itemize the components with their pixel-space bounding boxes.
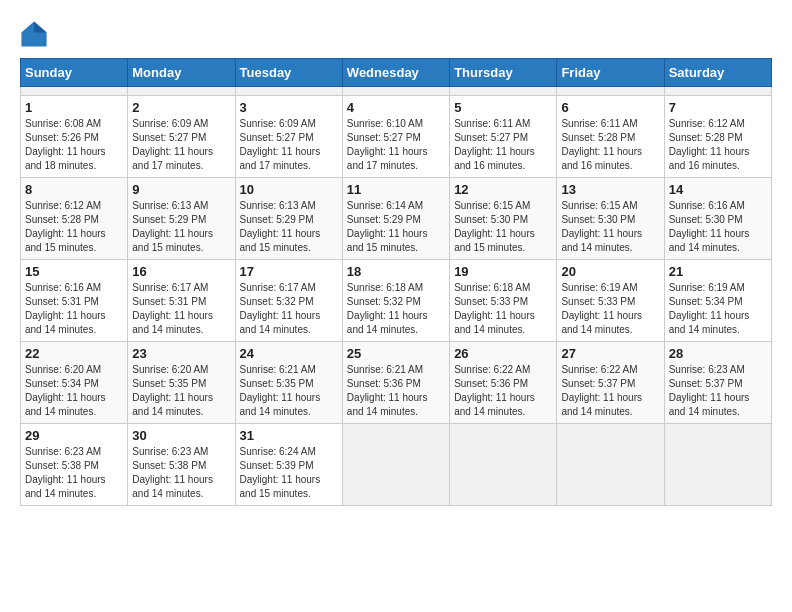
- day-info: Sunrise: 6:22 AMSunset: 5:36 PMDaylight:…: [454, 363, 552, 419]
- calendar-cell: [664, 424, 771, 506]
- day-number: 6: [561, 100, 659, 115]
- day-info: Sunrise: 6:23 AMSunset: 5:38 PMDaylight:…: [25, 445, 123, 501]
- calendar-cell: [557, 424, 664, 506]
- day-number: 15: [25, 264, 123, 279]
- day-number: 4: [347, 100, 445, 115]
- calendar-cell: 24Sunrise: 6:21 AMSunset: 5:35 PMDayligh…: [235, 342, 342, 424]
- day-info: Sunrise: 6:13 AMSunset: 5:29 PMDaylight:…: [132, 199, 230, 255]
- day-number: 27: [561, 346, 659, 361]
- day-info: Sunrise: 6:18 AMSunset: 5:32 PMDaylight:…: [347, 281, 445, 337]
- day-number: 19: [454, 264, 552, 279]
- day-number: 16: [132, 264, 230, 279]
- day-number: 12: [454, 182, 552, 197]
- day-number: 25: [347, 346, 445, 361]
- calendar-cell: 4Sunrise: 6:10 AMSunset: 5:27 PMDaylight…: [342, 96, 449, 178]
- day-number: 13: [561, 182, 659, 197]
- day-number: 7: [669, 100, 767, 115]
- day-info: Sunrise: 6:11 AMSunset: 5:27 PMDaylight:…: [454, 117, 552, 173]
- logo: [20, 20, 52, 48]
- calendar-cell: 25Sunrise: 6:21 AMSunset: 5:36 PMDayligh…: [342, 342, 449, 424]
- calendar-cell: 6Sunrise: 6:11 AMSunset: 5:28 PMDaylight…: [557, 96, 664, 178]
- calendar-week-0: [21, 87, 772, 96]
- day-number: 24: [240, 346, 338, 361]
- day-info: Sunrise: 6:18 AMSunset: 5:33 PMDaylight:…: [454, 281, 552, 337]
- day-number: 29: [25, 428, 123, 443]
- day-number: 21: [669, 264, 767, 279]
- day-number: 22: [25, 346, 123, 361]
- logo-icon: [20, 20, 48, 48]
- header-cell-thursday: Thursday: [450, 59, 557, 87]
- calendar-cell: 14Sunrise: 6:16 AMSunset: 5:30 PMDayligh…: [664, 178, 771, 260]
- calendar-cell: 2Sunrise: 6:09 AMSunset: 5:27 PMDaylight…: [128, 96, 235, 178]
- day-info: Sunrise: 6:14 AMSunset: 5:29 PMDaylight:…: [347, 199, 445, 255]
- header-cell-monday: Monday: [128, 59, 235, 87]
- calendar-cell: [235, 87, 342, 96]
- day-info: Sunrise: 6:08 AMSunset: 5:26 PMDaylight:…: [25, 117, 123, 173]
- day-number: 8: [25, 182, 123, 197]
- calendar-cell: 23Sunrise: 6:20 AMSunset: 5:35 PMDayligh…: [128, 342, 235, 424]
- calendar-cell: [450, 424, 557, 506]
- day-info: Sunrise: 6:19 AMSunset: 5:33 PMDaylight:…: [561, 281, 659, 337]
- calendar-cell: 3Sunrise: 6:09 AMSunset: 5:27 PMDaylight…: [235, 96, 342, 178]
- calendar-cell: [128, 87, 235, 96]
- day-info: Sunrise: 6:09 AMSunset: 5:27 PMDaylight:…: [132, 117, 230, 173]
- day-info: Sunrise: 6:16 AMSunset: 5:31 PMDaylight:…: [25, 281, 123, 337]
- calendar-cell: 17Sunrise: 6:17 AMSunset: 5:32 PMDayligh…: [235, 260, 342, 342]
- calendar-cell: 1Sunrise: 6:08 AMSunset: 5:26 PMDaylight…: [21, 96, 128, 178]
- day-number: 2: [132, 100, 230, 115]
- header-cell-friday: Friday: [557, 59, 664, 87]
- calendar-cell: 27Sunrise: 6:22 AMSunset: 5:37 PMDayligh…: [557, 342, 664, 424]
- day-info: Sunrise: 6:15 AMSunset: 5:30 PMDaylight:…: [561, 199, 659, 255]
- day-info: Sunrise: 6:11 AMSunset: 5:28 PMDaylight:…: [561, 117, 659, 173]
- calendar-cell: 30Sunrise: 6:23 AMSunset: 5:38 PMDayligh…: [128, 424, 235, 506]
- calendar-cell: 28Sunrise: 6:23 AMSunset: 5:37 PMDayligh…: [664, 342, 771, 424]
- calendar-cell: 7Sunrise: 6:12 AMSunset: 5:28 PMDaylight…: [664, 96, 771, 178]
- calendar-week-5: 29Sunrise: 6:23 AMSunset: 5:38 PMDayligh…: [21, 424, 772, 506]
- calendar-week-4: 22Sunrise: 6:20 AMSunset: 5:34 PMDayligh…: [21, 342, 772, 424]
- day-info: Sunrise: 6:17 AMSunset: 5:32 PMDaylight:…: [240, 281, 338, 337]
- calendar-cell: 13Sunrise: 6:15 AMSunset: 5:30 PMDayligh…: [557, 178, 664, 260]
- calendar-cell: 10Sunrise: 6:13 AMSunset: 5:29 PMDayligh…: [235, 178, 342, 260]
- header-cell-tuesday: Tuesday: [235, 59, 342, 87]
- calendar-cell: 8Sunrise: 6:12 AMSunset: 5:28 PMDaylight…: [21, 178, 128, 260]
- calendar-body: 1Sunrise: 6:08 AMSunset: 5:26 PMDaylight…: [21, 87, 772, 506]
- calendar-cell: [342, 424, 449, 506]
- calendar-cell: 19Sunrise: 6:18 AMSunset: 5:33 PMDayligh…: [450, 260, 557, 342]
- calendar-cell: 22Sunrise: 6:20 AMSunset: 5:34 PMDayligh…: [21, 342, 128, 424]
- calendar-cell: 29Sunrise: 6:23 AMSunset: 5:38 PMDayligh…: [21, 424, 128, 506]
- day-info: Sunrise: 6:12 AMSunset: 5:28 PMDaylight:…: [25, 199, 123, 255]
- calendar-cell: 5Sunrise: 6:11 AMSunset: 5:27 PMDaylight…: [450, 96, 557, 178]
- day-info: Sunrise: 6:15 AMSunset: 5:30 PMDaylight:…: [454, 199, 552, 255]
- calendar-cell: [557, 87, 664, 96]
- day-number: 31: [240, 428, 338, 443]
- calendar-week-3: 15Sunrise: 6:16 AMSunset: 5:31 PMDayligh…: [21, 260, 772, 342]
- day-number: 10: [240, 182, 338, 197]
- svg-marker-1: [34, 21, 47, 32]
- header-cell-wednesday: Wednesday: [342, 59, 449, 87]
- day-number: 9: [132, 182, 230, 197]
- day-info: Sunrise: 6:22 AMSunset: 5:37 PMDaylight:…: [561, 363, 659, 419]
- calendar-cell: 11Sunrise: 6:14 AMSunset: 5:29 PMDayligh…: [342, 178, 449, 260]
- page-header: [20, 20, 772, 48]
- day-info: Sunrise: 6:23 AMSunset: 5:37 PMDaylight:…: [669, 363, 767, 419]
- calendar-cell: 20Sunrise: 6:19 AMSunset: 5:33 PMDayligh…: [557, 260, 664, 342]
- day-info: Sunrise: 6:20 AMSunset: 5:34 PMDaylight:…: [25, 363, 123, 419]
- day-info: Sunrise: 6:17 AMSunset: 5:31 PMDaylight:…: [132, 281, 230, 337]
- calendar-cell: 26Sunrise: 6:22 AMSunset: 5:36 PMDayligh…: [450, 342, 557, 424]
- calendar-cell: 31Sunrise: 6:24 AMSunset: 5:39 PMDayligh…: [235, 424, 342, 506]
- day-number: 3: [240, 100, 338, 115]
- calendar-header: SundayMondayTuesdayWednesdayThursdayFrid…: [21, 59, 772, 87]
- calendar-table: SundayMondayTuesdayWednesdayThursdayFrid…: [20, 58, 772, 506]
- calendar-cell: 18Sunrise: 6:18 AMSunset: 5:32 PMDayligh…: [342, 260, 449, 342]
- header-cell-sunday: Sunday: [21, 59, 128, 87]
- day-number: 18: [347, 264, 445, 279]
- calendar-week-1: 1Sunrise: 6:08 AMSunset: 5:26 PMDaylight…: [21, 96, 772, 178]
- day-number: 14: [669, 182, 767, 197]
- calendar-week-2: 8Sunrise: 6:12 AMSunset: 5:28 PMDaylight…: [21, 178, 772, 260]
- day-number: 28: [669, 346, 767, 361]
- header-row: SundayMondayTuesdayWednesdayThursdayFrid…: [21, 59, 772, 87]
- calendar-cell: [664, 87, 771, 96]
- day-number: 1: [25, 100, 123, 115]
- day-info: Sunrise: 6:10 AMSunset: 5:27 PMDaylight:…: [347, 117, 445, 173]
- day-info: Sunrise: 6:21 AMSunset: 5:36 PMDaylight:…: [347, 363, 445, 419]
